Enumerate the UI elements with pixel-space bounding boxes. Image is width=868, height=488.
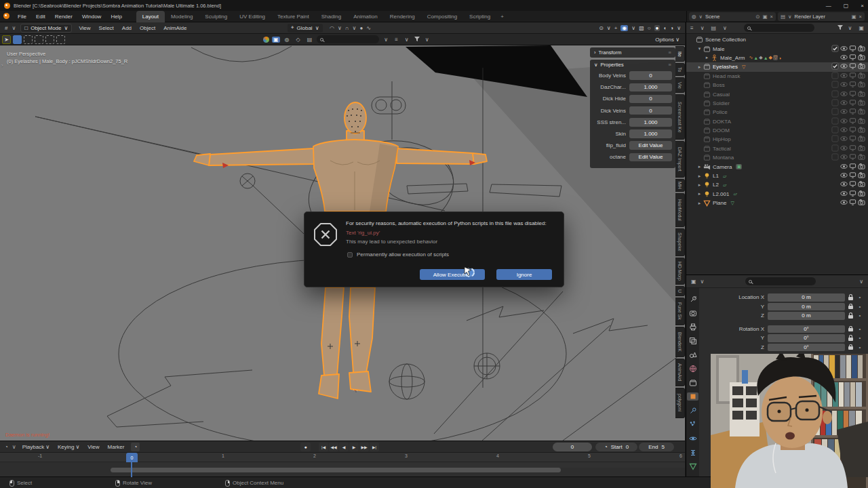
close-button[interactable]: × xyxy=(861,3,864,9)
outliner-row[interactable]: Montana xyxy=(686,153,868,162)
hide-viewport-icon[interactable] xyxy=(840,54,848,62)
sidebar-tab[interactable]: Screencast Ke xyxy=(675,94,685,140)
disable-render-icon[interactable] xyxy=(858,81,865,89)
sidebar-tab[interactable]: To xyxy=(675,63,685,76)
playhead[interactable]: 0 xyxy=(126,453,138,462)
object-name[interactable]: Male_Arm xyxy=(720,55,745,61)
disable-render-icon[interactable] xyxy=(858,72,865,81)
object-name[interactable]: Plane xyxy=(713,200,726,206)
properties-tab[interactable] xyxy=(687,337,698,345)
property-value-field[interactable]: 0 xyxy=(629,95,672,104)
properties-tab[interactable] xyxy=(687,365,698,373)
disable-render-icon[interactable] xyxy=(858,99,865,108)
object-name[interactable]: Boss xyxy=(713,82,725,88)
disable-viewports-icon[interactable] xyxy=(849,81,856,89)
object-name[interactable]: DOKTA xyxy=(713,119,731,125)
outliner-row[interactable]: ▸ Eyelashes ▽ xyxy=(686,62,868,71)
object-name[interactable]: L2.001 xyxy=(713,191,729,197)
outliner-row[interactable]: ▸ L2 ▱ xyxy=(686,180,868,189)
workspace-tab[interactable]: Texture Paint xyxy=(271,11,315,22)
animate-dot-icon[interactable]: • xyxy=(856,294,864,300)
object-name[interactable]: Male xyxy=(713,46,724,52)
disable-viewports-icon[interactable] xyxy=(849,153,856,162)
disable-viewports-icon[interactable] xyxy=(849,180,856,189)
disable-render-icon[interactable] xyxy=(858,171,865,180)
mode-dropdown[interactable]: □ Object Mode ∨ xyxy=(20,24,72,33)
expand-arrow-icon[interactable]: ▸ xyxy=(696,174,703,179)
collection-checkbox-icon[interactable] xyxy=(831,81,839,89)
hide-viewport-icon[interactable] xyxy=(840,180,848,189)
brush-icon[interactable]: ▤ xyxy=(305,37,315,43)
object-name[interactable]: DOOM xyxy=(713,127,730,134)
outliner-row[interactable]: Boss xyxy=(686,81,868,89)
new-collection-icon[interactable]: ▣ xyxy=(856,25,866,31)
disable-render-icon[interactable] xyxy=(858,199,865,207)
property-value-field[interactable]: Edit Value xyxy=(629,141,672,150)
drag-handle-icon[interactable]: ≡ xyxy=(669,62,671,68)
workspace-tab[interactable]: Rendering xyxy=(384,11,421,22)
sidebar-tab[interactable]: HairModul xyxy=(675,193,685,227)
expand-arrow-icon[interactable]: ▸ xyxy=(696,64,703,70)
transport-button[interactable]: |◀ xyxy=(319,443,328,451)
lock-icon[interactable] xyxy=(848,306,853,309)
mesh-filter-icon[interactable]: ▣ xyxy=(272,37,280,43)
properties-tab[interactable] xyxy=(687,449,698,457)
outliner-row[interactable]: DOKTA xyxy=(686,117,868,126)
outliner-search-input[interactable] xyxy=(744,24,814,32)
permanently-allow-checkbox[interactable] xyxy=(347,252,353,258)
disable-viewports-icon[interactable] xyxy=(849,54,856,62)
collection-checkbox-icon[interactable] xyxy=(831,108,839,117)
globe-icon[interactable]: ◍ xyxy=(283,37,292,43)
hide-viewport-icon[interactable] xyxy=(840,190,848,199)
expand-arrow-icon[interactable]: ▸ xyxy=(696,201,703,206)
object-name[interactable]: Soldier xyxy=(713,100,730,106)
end-frame-field[interactable]: End 5 xyxy=(639,443,674,451)
filter-type-icon[interactable]: ▤ xyxy=(709,25,719,31)
hide-viewport-icon[interactable] xyxy=(840,81,848,89)
hide-viewport-icon[interactable] xyxy=(840,199,848,207)
object-name[interactable]: Scene Collection xyxy=(705,37,746,43)
select-extend-icon[interactable] xyxy=(24,35,33,44)
sidebar-tab[interactable]: MH xyxy=(675,179,685,192)
sidebar-tab[interactable]: Ite xyxy=(675,46,685,62)
menu-item[interactable]: Help xyxy=(106,14,126,20)
shading-material-icon[interactable]: ◐ xyxy=(663,25,667,31)
hide-viewport-icon[interactable] xyxy=(840,62,848,71)
hide-viewport-icon[interactable] xyxy=(840,72,848,81)
viewport-menu-item[interactable]: Add xyxy=(118,25,136,31)
property-value-field[interactable]: 1.000 xyxy=(629,83,672,92)
transform-value-field[interactable]: 0° xyxy=(768,325,845,333)
lock-icon[interactable] xyxy=(848,328,853,331)
breadcrumb-object-icon[interactable]: ▣ xyxy=(689,279,698,285)
transport-button[interactable]: ◀◀ xyxy=(329,443,338,451)
workspace-tab[interactable]: Sculpting xyxy=(199,11,233,22)
timeline-scrollbar[interactable] xyxy=(111,468,561,472)
timeline-ruler[interactable]: -10123456 0 xyxy=(0,453,685,462)
menu-item[interactable]: File xyxy=(13,14,31,20)
lock-icon[interactable] xyxy=(848,338,853,341)
collection-checkbox-icon[interactable] xyxy=(831,144,839,153)
workspace-tab[interactable]: Animation xyxy=(347,11,384,22)
playback-sync-icon[interactable]: ◔ xyxy=(131,443,140,451)
sidebar-tab[interactable]: U xyxy=(675,286,685,296)
ignore-button[interactable]: Ignore xyxy=(496,269,552,280)
editor-type-clock-icon[interactable]: ◔ xyxy=(3,444,10,450)
outliner-row[interactable]: ▸ L1 ▱ xyxy=(686,171,868,180)
lock-icon[interactable] xyxy=(848,346,853,350)
outliner-row[interactable]: Soldier xyxy=(686,99,868,108)
timeline-menu-item[interactable]: View xyxy=(83,444,103,450)
transport-button[interactable]: ▶▶ xyxy=(359,443,369,451)
properties-tab[interactable] xyxy=(687,323,698,331)
snap-magnet-icon[interactable]: ∩ xyxy=(345,25,349,31)
collection-checkbox-icon[interactable] xyxy=(831,90,839,99)
hide-viewport-icon[interactable] xyxy=(840,99,848,108)
sidebar-toggle-icon[interactable]: › xyxy=(1,62,3,68)
list-icon[interactable]: ≡ xyxy=(393,37,400,43)
sidebar-tab[interactable]: AnimAid xyxy=(675,359,685,386)
display-mode-icon[interactable]: ≡ xyxy=(688,25,696,31)
outliner-row[interactable]: ▸ Camera ▣ xyxy=(686,162,868,171)
lock-icon[interactable] xyxy=(848,297,853,300)
properties-tab[interactable] xyxy=(687,462,698,470)
disable-render-icon[interactable] xyxy=(858,62,865,71)
disable-render-icon[interactable] xyxy=(858,190,865,199)
